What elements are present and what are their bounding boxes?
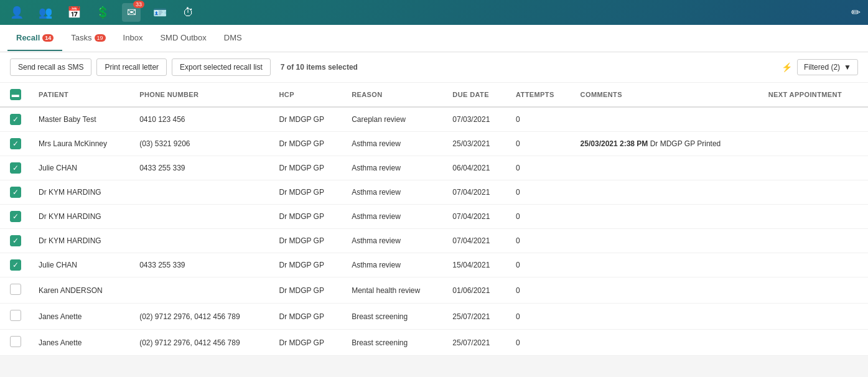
row-checkbox-cell[interactable]: ✓ <box>0 229 31 253</box>
mail-badge: 33 <box>133 1 144 8</box>
send-sms-button[interactable]: Send recall as SMS <box>10 58 91 76</box>
header-phone: PHONE NUMBER <box>132 83 271 107</box>
people-icon[interactable]: 👥 <box>36 3 55 22</box>
row-checkbox[interactable]: ✓ <box>10 138 21 149</box>
row-next-appointment <box>761 132 868 156</box>
row-next-appointment <box>761 253 868 277</box>
row-attempts: 0 <box>508 156 573 180</box>
row-checkbox-cell[interactable]: ✓ <box>0 253 31 277</box>
header-comments: COMMENTS <box>573 83 761 107</box>
row-due-date: 25/03/2021 <box>445 132 508 156</box>
selection-total: 10 <box>296 63 304 72</box>
table-row[interactable]: ✓Julie CHAN0433 255 339Dr MDGP GPAsthma … <box>0 156 868 180</box>
row-phone: 0433 255 339 <box>132 253 271 277</box>
row-next-appointment <box>761 156 868 180</box>
row-hcp: Dr MDGP GP <box>272 156 345 180</box>
row-comments <box>573 330 761 356</box>
row-hcp: Dr MDGP GP <box>272 277 345 304</box>
row-checkbox-cell[interactable]: ✓ <box>0 205 31 229</box>
row-checkbox[interactable]: ✓ <box>10 211 21 222</box>
row-due-date: 07/04/2021 <box>445 229 508 253</box>
dollar-icon[interactable]: 💲 <box>93 3 112 22</box>
table-row[interactable]: ✓Dr KYM HARDINGDr MDGP GPAsthma review07… <box>0 229 868 253</box>
print-letter-button[interactable]: Print recall letter <box>96 58 167 76</box>
table-row[interactable]: ✓Dr KYM HARDINGDr MDGP GPAsthma review07… <box>0 180 868 205</box>
edit-icon[interactable]: ✏ <box>851 6 861 19</box>
header-select[interactable]: ▬ <box>0 83 31 107</box>
row-checkbox-cell[interactable]: ✓ <box>0 132 31 156</box>
row-checkbox[interactable] <box>10 310 21 321</box>
comment-status: Printed <box>697 139 721 148</box>
row-checkbox[interactable] <box>10 336 21 347</box>
row-patient: Dr KYM HARDING <box>31 180 132 205</box>
recall-table-container: ▬ PATIENT PHONE NUMBER HCP REASON DUE DA… <box>0 83 868 356</box>
row-reason: Asthma review <box>344 205 445 229</box>
tab-dms[interactable]: DMS <box>215 26 251 51</box>
row-reason: Mental health review <box>344 277 445 304</box>
table-row[interactable]: ✓Dr KYM HARDINGDr MDGP GPAsthma review07… <box>0 205 868 229</box>
table-row[interactable]: Karen ANDERSONDr MDGP GPMental health re… <box>0 277 868 304</box>
mail-icon[interactable]: ✉ 33 <box>122 3 141 22</box>
table-row[interactable]: Janes Anette(02) 9712 2976, 0412 456 789… <box>0 330 868 356</box>
row-checkbox-cell[interactable]: ✓ <box>0 107 31 132</box>
row-patient: Janes Anette <box>31 330 132 356</box>
table-row[interactable]: ✓Julie CHAN0433 255 339Dr MDGP GPAsthma … <box>0 253 868 277</box>
clock-icon[interactable]: ⏱ <box>179 3 198 22</box>
tab-tasks[interactable]: Tasks 19 <box>62 26 114 51</box>
tab-smd-outbox[interactable]: SMD Outbox <box>151 26 215 51</box>
export-recall-button[interactable]: Export selected recall list <box>172 58 271 76</box>
row-checkbox[interactable]: ✓ <box>10 259 21 271</box>
row-next-appointment <box>761 304 868 330</box>
row-checkbox[interactable]: ✓ <box>10 114 21 125</box>
row-patient: Dr KYM HARDING <box>31 205 132 229</box>
header-reason: REASON <box>344 83 445 107</box>
tab-dms-label: DMS <box>224 33 242 42</box>
row-reason: Breast screening <box>344 304 445 330</box>
row-next-appointment <box>761 205 868 229</box>
row-checkbox[interactable] <box>10 284 21 295</box>
row-checkbox-cell[interactable] <box>0 330 31 356</box>
top-navigation: 👤 👥 📅 💲 ✉ 33 🪪 ⏱ ✏ <box>0 0 868 25</box>
tab-inbox-label: Inbox <box>123 33 143 42</box>
select-all-checkbox[interactable]: ▬ <box>10 89 21 100</box>
row-hcp: Dr MDGP GP <box>272 180 345 205</box>
row-hcp: Dr MDGP GP <box>272 304 345 330</box>
row-hcp: Dr MDGP GP <box>272 253 345 277</box>
tab-recall[interactable]: Recall 14 <box>7 26 62 51</box>
table-row[interactable]: ✓Master Baby Test0410 123 456Dr MDGP GPC… <box>0 107 868 132</box>
row-comments <box>573 107 761 132</box>
filter-button[interactable]: Filtered (2) ▼ <box>797 59 858 75</box>
row-checkbox[interactable]: ✓ <box>10 187 21 198</box>
row-checkbox-cell[interactable]: ✓ <box>0 180 31 205</box>
row-checkbox-cell[interactable]: ✓ <box>0 156 31 180</box>
row-phone: (02) 9712 2976, 0412 456 789 <box>132 330 271 356</box>
table-row[interactable]: Janes Anette(02) 9712 2976, 0412 456 789… <box>0 304 868 330</box>
header-next-appointment: NEXT APPOINTMENT <box>761 83 868 107</box>
row-phone <box>132 277 271 304</box>
filter-icon: ⚡ <box>782 62 792 72</box>
row-checkbox[interactable]: ✓ <box>10 235 21 246</box>
row-phone: (02) 9712 2976, 0412 456 789 <box>132 304 271 330</box>
row-patient: Julie CHAN <box>31 156 132 180</box>
person-icon[interactable]: 👤 <box>7 3 26 22</box>
comment-doctor: Dr MDGP GP <box>650 139 698 148</box>
tab-inbox[interactable]: Inbox <box>114 26 152 51</box>
row-patient: Karen ANDERSON <box>31 277 132 304</box>
header-hcp: HCP <box>272 83 345 107</box>
recall-badge: 14 <box>42 34 54 42</box>
row-attempts: 0 <box>508 180 573 205</box>
row-attempts: 0 <box>508 330 573 356</box>
row-checkbox-cell[interactable] <box>0 304 31 330</box>
row-comments <box>573 156 761 180</box>
calendar-icon[interactable]: 📅 <box>65 3 83 22</box>
row-checkbox-cell[interactable] <box>0 277 31 304</box>
row-attempts: 0 <box>508 229 573 253</box>
row-checkbox[interactable]: ✓ <box>10 162 21 174</box>
id-card-icon[interactable]: 🪪 <box>151 3 169 22</box>
row-attempts: 0 <box>508 205 573 229</box>
row-next-appointment <box>761 180 868 205</box>
table-row[interactable]: ✓Mrs Laura McKinney(03) 5321 9206Dr MDGP… <box>0 132 868 156</box>
selection-of: of <box>287 63 296 72</box>
header-patient: PATIENT <box>31 83 132 107</box>
row-due-date: 15/04/2021 <box>445 253 508 277</box>
